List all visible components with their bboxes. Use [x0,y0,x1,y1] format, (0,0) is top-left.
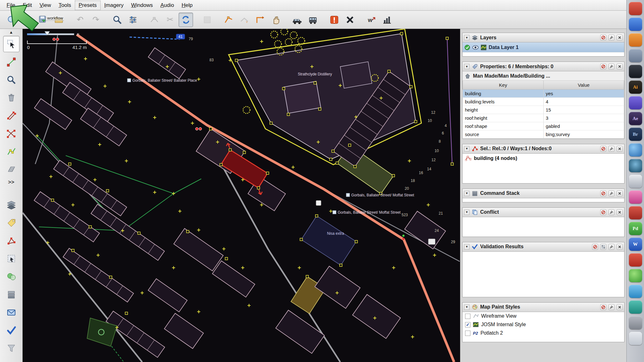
merge-nodes-tool-button[interactable] [3,125,19,142]
node-mark[interactable] [270,122,272,124]
synchronize-button[interactable] [179,13,193,27]
delete-tool-button[interactable] [3,90,19,106]
zoom-slider[interactable]: ≡ [27,32,74,36]
selection-item[interactable]: building (4 nodes) [463,154,624,163]
node-mark[interactable] [89,226,92,228]
dock-app-icon-app-greencircle[interactable] [629,269,642,282]
redo-button[interactable]: ↷ [89,13,103,27]
property-row[interactable]: roof:height3 [463,114,624,122]
paint-style-row-josm-internal[interactable]: ✓ JOSM Internal Style [463,321,624,329]
dock-app-icon-app-red[interactable] [629,2,642,15]
paint-style-row-potlatch[interactable]: P2 Potlatch 2 [463,329,624,337]
node-mark[interactable] [109,276,112,278]
node-mark[interactable] [235,59,238,62]
collapse-icon[interactable]: ▼ [464,146,469,151]
node-mark[interactable] [69,163,71,165]
map-buildings[interactable] [34,48,446,357]
dock-app-icon-app-crimson[interactable] [629,206,642,219]
dock-app-icon-app-pink[interactable] [629,190,642,204]
preset-row[interactable]: Man Made/Man Made/Building ... [463,71,624,81]
node-mark[interactable] [315,215,318,217]
filter-toggle-button[interactable] [3,340,19,356]
node-mark[interactable] [300,238,303,241]
conflict-toggle-button[interactable] [3,268,19,285]
menu-presets[interactable]: Presets [75,1,100,10]
reverse-way-button[interactable] [237,13,252,27]
sticky-icon[interactable] [600,209,606,215]
menu-windows[interactable]: Windows [128,1,156,10]
node-mark[interactable] [220,163,222,166]
selection-list-toggle-button[interactable] [3,250,19,267]
dock-app-icon-app-bridge[interactable]: Br [629,128,642,141]
menu-imagery[interactable]: Imagery [101,1,127,10]
dock-pin-icon[interactable] [608,304,614,310]
map-canvas[interactable]: Strathclyde Distillery Gorbals, Ballater… [23,29,460,362]
sticky-icon[interactable] [600,35,606,41]
unglue-button[interactable] [147,13,162,27]
node-mark[interactable] [414,120,417,123]
close-icon[interactable] [617,35,623,41]
property-row[interactable]: height15 [463,106,624,114]
collapse-icon[interactable]: ▼ [464,191,469,196]
delete-button[interactable] [343,13,357,27]
potlatch-checkbox[interactable] [465,331,470,336]
dock-pin-icon[interactable] [608,244,614,250]
zoom-tool-button[interactable] [3,72,19,88]
node-mark[interactable] [243,151,246,154]
preferences-button[interactable] [126,13,140,27]
dock-app-icon-app-orange[interactable] [629,33,642,47]
property-row[interactable]: sourcebing;survey [463,130,624,138]
close-icon[interactable] [617,63,623,69]
extrude-tool-button[interactable] [3,161,19,178]
dock-app-icon-app-silver[interactable] [629,175,642,188]
node-mark[interactable] [446,37,448,40]
orthogonalize-button[interactable] [253,13,267,27]
dock-pin-icon[interactable] [608,35,614,41]
node-mark[interactable] [340,264,342,266]
node-mark[interactable] [229,149,231,151]
node-mark[interactable] [392,174,395,177]
undo-button[interactable]: ↶ [73,13,87,27]
node-mark[interactable] [106,189,109,192]
node-mark[interactable] [400,32,403,35]
node-mark[interactable] [388,70,390,73]
dock-app-icon-app-lightblue[interactable] [629,285,642,298]
filter-options-icon[interactable] [600,244,606,250]
column-value-header[interactable]: Value [543,81,624,89]
node-mark[interactable] [314,82,316,84]
collapse-icon[interactable]: ▼ [464,244,469,250]
split-way-button[interactable]: ✂ [163,13,177,27]
node-mark[interactable] [336,162,338,164]
property-row[interactable]: buildingyes [463,89,624,97]
dock-app-icon-app-trash[interactable] [629,332,642,345]
sticky-icon[interactable] [592,244,598,250]
wireframe-checkbox[interactable] [465,314,470,319]
paint-style-row-wireframe[interactable]: Wireframe View [463,312,624,321]
collapse-icon[interactable]: ▼ [464,304,469,310]
close-icon[interactable] [617,190,623,196]
sticky-icon[interactable] [600,190,606,196]
sticky-icon[interactable] [600,304,606,310]
node-mark[interactable] [257,187,260,189]
node-mark[interactable] [319,108,321,110]
property-row[interactable]: building:levels4 [463,97,624,106]
collapse-icon[interactable]: ▼ [464,64,469,69]
close-icon[interactable] [617,244,623,250]
menu-help[interactable]: Help [178,1,196,10]
more-tools-button[interactable]: >> [8,179,14,189]
node-mark[interactable] [282,87,285,90]
node-mark[interactable] [266,172,269,174]
menu-audio[interactable]: Audio [157,1,177,10]
dock-pin-icon[interactable] [608,146,614,152]
dock-app-icon-app-blue[interactable] [629,18,642,31]
property-row[interactable]: roof:shapegabled [463,122,624,130]
close-icon[interactable] [617,304,623,310]
dock-app-icon-app-redsquare[interactable] [629,253,642,266]
dock-app-icon-app-word[interactable]: W [629,238,642,251]
layer-visibility-eye-icon[interactable] [472,45,479,50]
dock-pin-icon[interactable] [608,209,614,215]
node-mark[interactable] [354,165,356,168]
dock-app-icon-app-sphere[interactable] [629,143,642,156]
search-button[interactable] [110,13,125,27]
dock-app-icon-app-compass[interactable] [629,159,642,172]
